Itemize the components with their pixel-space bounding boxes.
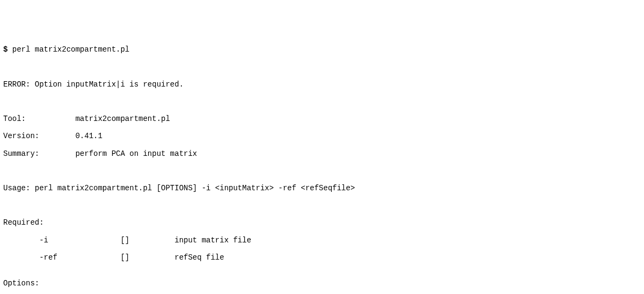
shell-prompt-icon: $ (3, 45, 8, 54)
summary-key: Summary: (3, 149, 75, 158)
options-header: Options: (3, 279, 641, 288)
option-description: refSeq file (174, 253, 224, 262)
terminal-output: $ perl matrix2compartment.pl ERROR: Opti… (3, 37, 641, 294)
required-row: -ref[]refSeq file (3, 253, 641, 262)
summary-value: perform PCA on input matrix (75, 149, 197, 158)
version-value: 0.41.1 (75, 132, 102, 140)
usage-line: Usage: perl matrix2compartment.pl [OPTIO… (3, 184, 641, 192)
required-header: Required: (3, 218, 641, 227)
error-line: ERROR: Option inputMatrix|i is required. (3, 80, 641, 89)
option-description: input matrix file (174, 236, 251, 245)
tool-row: Tool:matrix2compartment.pl (3, 114, 641, 123)
required-row: -i[]input matrix file (3, 236, 641, 245)
version-key: Version: (3, 132, 75, 140)
version-row: Version:0.41.1 (3, 132, 641, 140)
summary-row: Summary:perform PCA on input matrix (3, 149, 641, 158)
option-default: [] (120, 236, 174, 245)
option-flag: -i (39, 236, 120, 245)
command-text: perl matrix2compartment.pl (12, 45, 129, 54)
tool-value: matrix2compartment.pl (75, 114, 170, 123)
option-flag: -ref (39, 253, 120, 262)
tool-key: Tool: (3, 114, 75, 123)
command-line: $ perl matrix2compartment.pl (3, 45, 641, 54)
option-default: [] (120, 253, 174, 262)
